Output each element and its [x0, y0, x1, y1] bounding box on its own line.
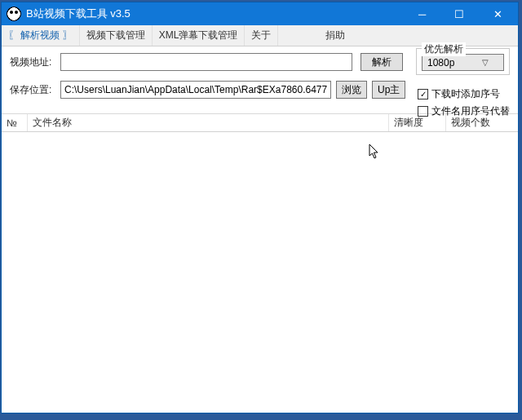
tab-xml-download[interactable]: XML弹幕下载管理: [153, 25, 246, 46]
priority-selected: 1080p: [422, 57, 463, 69]
window-controls: ─ ☐ ✕: [404, 2, 518, 25]
controls-panel: 视频地址: 解析 保存位置: 浏览 Up主 优先解析 1080p ▽ 下载时添加…: [2, 46, 518, 114]
save-path-label: 保存位置:: [10, 83, 60, 97]
priority-group: 优先解析 1080p ▽: [416, 48, 510, 75]
tab-parse-video[interactable]: 〖 解析视频 〗: [2, 25, 80, 46]
browse-button[interactable]: 浏览: [336, 81, 367, 99]
checkbox-add-index-label: 下载时添加序号: [431, 87, 500, 101]
parse-button[interactable]: 解析: [361, 53, 403, 71]
table-body: [2, 132, 518, 413]
chevron-down-icon: ▽: [463, 58, 504, 67]
close-button[interactable]: ✕: [477, 2, 518, 25]
tab-donate[interactable]: 捐助: [319, 25, 352, 46]
window-title: B站视频下载工具 v3.5: [26, 7, 404, 21]
save-path-input[interactable]: [60, 81, 331, 99]
th-number[interactable]: №: [2, 114, 28, 131]
tab-about[interactable]: 关于: [245, 25, 278, 46]
maximize-button[interactable]: ☐: [440, 2, 477, 25]
titlebar[interactable]: B站视频下载工具 v3.5 ─ ☐ ✕: [2, 2, 518, 25]
priority-group-label: 优先解析: [422, 42, 466, 56]
app-icon: [7, 7, 21, 21]
checkbox-use-index-filename-label: 文件名用序号代替: [431, 104, 510, 118]
priority-select[interactable]: 1080p ▽: [422, 54, 504, 71]
check-use-index-filename-row[interactable]: 文件名用序号代替: [418, 104, 510, 118]
check-add-index-row[interactable]: 下载时添加序号: [418, 87, 510, 101]
options-checks: 下载时添加序号 文件名用序号代替: [418, 87, 510, 122]
video-url-label: 视频地址:: [10, 55, 60, 69]
app-window: B站视频下载工具 v3.5 ─ ☐ ✕ 〖 解析视频 〗 视频下载管理 XML弹…: [1, 2, 519, 413]
uploader-button[interactable]: Up主: [372, 81, 405, 99]
th-filename[interactable]: 文件名称: [28, 114, 389, 131]
video-url-input[interactable]: [60, 53, 352, 71]
cursor-icon: [369, 144, 380, 163]
minimize-button[interactable]: ─: [404, 2, 440, 25]
tab-video-download[interactable]: 视频下载管理: [80, 25, 153, 46]
checkbox-use-index-filename[interactable]: [418, 106, 428, 117]
checkbox-add-index[interactable]: [418, 89, 428, 99]
